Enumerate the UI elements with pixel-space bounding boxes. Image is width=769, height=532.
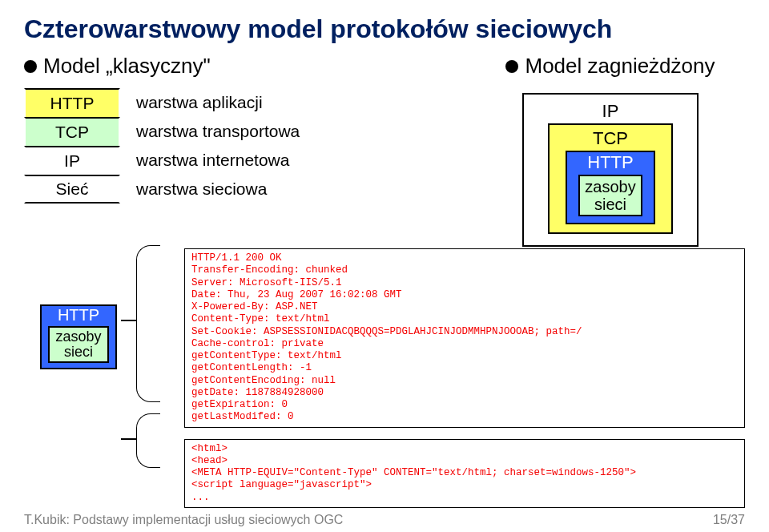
left-bullet-text: Model „klasyczny" [43, 54, 211, 79]
desc-transport: warstwa transportowa [136, 117, 300, 146]
layer-tcp: TCP [24, 117, 120, 146]
footer-left: T.Kubik: Podstawy implementacji usług si… [24, 513, 343, 527]
left-bracket-area: HTTP zasoby sieci [24, 248, 184, 497]
bullet-icon [24, 60, 37, 73]
nested-ip-box: IP TCP HTTP zasoby sieci [522, 93, 699, 247]
mini-http-label: HTTP [48, 306, 109, 324]
nested-ip-label: IP [548, 101, 673, 122]
slide-title: Czterowarstwowy model protokołów sieciow… [24, 14, 745, 44]
layer-ip: IP [24, 146, 120, 175]
desc-internet: warstwa internetowa [136, 146, 300, 175]
brace-top-icon [136, 245, 160, 402]
nested-http-box: HTTP zasoby sieci [566, 151, 655, 224]
classic-stack: HTTP TCP IP Sieć [24, 88, 120, 204]
nested-tcp-box: TCP HTTP zasoby sieci [548, 123, 673, 234]
mini-resources-box: zasoby sieci [48, 326, 109, 363]
nested-http-label: HTTP [578, 152, 642, 173]
nested-tcp-label: TCP [566, 128, 655, 149]
layer-http: HTTP [24, 88, 120, 117]
brace-bottom-icon [136, 413, 160, 468]
mini-resources-l1: zasoby [55, 328, 101, 345]
classic-desc-stack: warstwa aplikacji warstwa transportowa w… [136, 88, 300, 204]
nested-resources-l2: sieci [594, 195, 626, 213]
right-bullet-text: Model zagnieżdżony [525, 54, 715, 79]
nested-resources-box: zasoby sieci [578, 175, 642, 216]
mini-resources-l2: sieci [64, 344, 93, 360]
nested-resources-l1: zasoby [585, 178, 635, 195]
footer-page-number: 15/37 [713, 513, 745, 527]
html-snippet-block: <html> <head> <META HTTP-EQUIV="Content-… [184, 439, 745, 508]
right-bullet-row: Model zagnieżdżony [505, 54, 715, 79]
desc-app: warstwa aplikacji [136, 88, 300, 117]
desc-network: warstwa sieciowa [136, 175, 300, 204]
http-headers-block: HTTP/1.1 200 OK Transfer-Encoding: chunk… [184, 248, 745, 428]
mini-http-box: HTTP zasoby sieci [40, 304, 117, 369]
bullet-icon [505, 60, 518, 73]
left-bullet-row: Model „klasyczny" [24, 54, 441, 79]
layer-siec: Sieć [24, 175, 120, 204]
